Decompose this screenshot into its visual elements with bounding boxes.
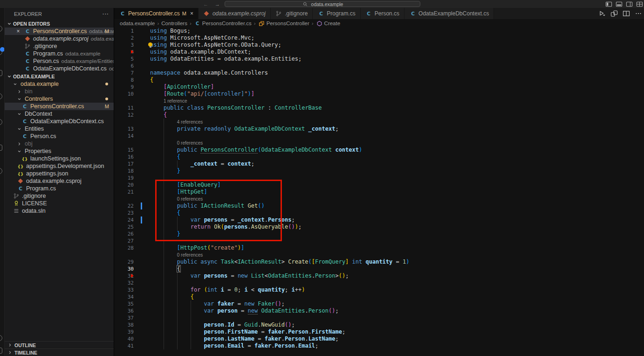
- line-number[interactable]: 7: [114, 70, 134, 77]
- run-or-debug-icon[interactable]: [598, 10, 606, 17]
- code-line[interactable]: 8{: [114, 77, 644, 84]
- line-number[interactable]: 30: [114, 265, 134, 272]
- explorer-more-actions-icon[interactable]: ···: [103, 11, 109, 17]
- line-number[interactable]: 37: [114, 314, 134, 321]
- line-number[interactable]: 6: [114, 63, 134, 70]
- code-line[interactable]: 9 [ApiController]: [114, 84, 644, 91]
- code-line[interactable]: 22 public IActionResult Get(): [114, 202, 644, 209]
- tree-folder-item[interactable]: Properties: [5, 147, 114, 155]
- line-number[interactable]: 11: [114, 105, 134, 112]
- code-line[interactable]: 25 return Ok(persons.AsQueryable());: [114, 223, 644, 230]
- open-editor-item[interactable]: CProgram.csodata.example: [5, 50, 114, 57]
- line-number[interactable]: 10: [114, 91, 134, 98]
- code-line[interactable]: 31 var persons = new List<OdataEntities.…: [114, 272, 644, 279]
- code-line[interactable]: 29 public async Task<IActionResult> Crea…: [114, 258, 644, 265]
- code-line[interactable]: 33 for (int i = 0; i < quantity; i++): [114, 286, 644, 293]
- codelens[interactable]: 0 references: [114, 251, 644, 258]
- code-editor[interactable]: 1using Bogus;2using Microsoft.AspNetCore…: [114, 28, 644, 356]
- code-line[interactable]: 35 var faker = new Faker();: [114, 300, 644, 307]
- code-line[interactable]: 14: [114, 133, 644, 140]
- history-forward-button[interactable]: →: [215, 1, 220, 7]
- toggle-secondary-sidebar-icon[interactable]: [626, 1, 633, 7]
- timeline-section[interactable]: TIMELINE: [5, 349, 114, 356]
- tree-file-item[interactable]: .gitignore: [5, 192, 114, 200]
- tree-file-item[interactable]: CProgram.cs: [5, 185, 114, 192]
- open-editor-item[interactable]: odata.example.csprojodata.example: [5, 35, 114, 42]
- code-line[interactable]: 4using odata.example.DbContext;: [114, 49, 644, 56]
- line-number[interactable]: 29: [114, 258, 134, 265]
- line-number[interactable]: 16: [114, 154, 134, 161]
- line-number[interactable]: 12: [114, 112, 134, 119]
- line-number[interactable]: 24: [114, 216, 134, 223]
- code-line[interactable]: 26 }: [114, 230, 644, 237]
- tree-folder-item[interactable]: odata.example: [5, 80, 114, 88]
- code-line[interactable]: 5using OdataEntities = odata.example.Ent…: [114, 56, 644, 63]
- codelens-label[interactable]: 0 references: [177, 196, 203, 202]
- code-line[interactable]: 21 [HttpGet]: [114, 188, 644, 195]
- code-line[interactable]: 28 [HttpPost("create")]: [114, 244, 644, 251]
- code-line[interactable]: 1using Bogus;: [114, 28, 644, 35]
- line-number[interactable]: 2: [114, 35, 134, 42]
- more-actions-icon[interactable]: [635, 10, 642, 17]
- tree-file-item[interactable]: {}appsettings.json: [5, 170, 114, 177]
- activity-bar-item-icon[interactable]: [0, 26, 2, 32]
- activity-bar-item-icon[interactable]: [0, 70, 2, 76]
- code-line[interactable]: 18 }: [114, 168, 644, 175]
- line-number[interactable]: 39: [114, 328, 134, 335]
- customize-layout-icon[interactable]: [636, 1, 643, 7]
- open-editors-header[interactable]: OPEN EDITORS: [5, 20, 114, 28]
- code-line[interactable]: 23 {: [114, 209, 644, 216]
- code-line[interactable]: 36 var person = new OdataEntities.Person…: [114, 307, 644, 314]
- code-line[interactable]: 30 {: [114, 265, 644, 272]
- editor-tab[interactable]: odata.example.csproj: [199, 8, 271, 19]
- codelens[interactable]: 0 references: [114, 195, 644, 202]
- line-number[interactable]: 26: [114, 230, 134, 237]
- line-number[interactable]: 32: [114, 279, 134, 286]
- code-line[interactable]: 24 var persons = _context.Persons;: [114, 216, 644, 223]
- codelens-label[interactable]: 1 reference: [164, 98, 187, 104]
- tree-folder-item[interactable]: DbContext: [5, 110, 114, 118]
- line-number[interactable]: 41: [114, 342, 134, 349]
- close-icon[interactable]: ×: [15, 28, 21, 35]
- code-line[interactable]: 38 person.Id = Guid.NewGuid();: [114, 321, 644, 328]
- code-line[interactable]: 17 _context = context;: [114, 161, 644, 168]
- editor-tab[interactable]: CPerson.cs: [361, 8, 404, 19]
- code-line[interactable]: 13 private readonly OdataExampleDbContex…: [114, 126, 644, 133]
- code-line[interactable]: 19: [114, 175, 644, 181]
- open-editor-item[interactable]: ×CPersonsController.csodata.exampl...M: [5, 28, 114, 35]
- open-editor-item[interactable]: .gitignore: [5, 42, 114, 50]
- line-number[interactable]: 14: [114, 133, 134, 140]
- workspace-header[interactable]: ODATA.EXAMPLE: [5, 72, 114, 80]
- codelens-label[interactable]: 0 references: [177, 252, 203, 258]
- split-editor-icon[interactable]: [623, 10, 630, 17]
- history-back-button[interactable]: ←: [203, 1, 208, 7]
- line-number[interactable]: 5: [114, 56, 134, 63]
- tree-folder-item[interactable]: Controllers: [5, 95, 114, 103]
- activity-bar-item-icon[interactable]: [0, 145, 2, 151]
- editor-tab[interactable]: COdataExampleDbContext.cs: [404, 8, 494, 19]
- breadcrumb-item[interactable]: Create: [316, 20, 341, 27]
- code-line[interactable]: 16 {: [114, 154, 644, 161]
- codelens-label[interactable]: 4 references: [177, 119, 203, 125]
- line-number[interactable]: 38: [114, 321, 134, 328]
- code-line[interactable]: 39 person.FirstName = faker.Person.First…: [114, 328, 644, 335]
- close-icon[interactable]: ×: [190, 10, 193, 17]
- line-number[interactable]: 9: [114, 84, 134, 91]
- line-number[interactable]: 34: [114, 293, 134, 300]
- code-line[interactable]: 6: [114, 63, 644, 70]
- editor-tab[interactable]: .gitignore: [271, 8, 313, 19]
- line-number[interactable]: 22: [114, 202, 134, 209]
- editor-tab[interactable]: CProgram.cs: [313, 8, 360, 19]
- tree-file-item[interactable]: CPerson.cs: [5, 133, 114, 140]
- codelens[interactable]: 4 references: [114, 119, 644, 126]
- code-line[interactable]: 37: [114, 314, 644, 321]
- lightbulb-icon[interactable]: [148, 42, 152, 47]
- code-line[interactable]: 15 public PersonsController(OdataExample…: [114, 147, 644, 154]
- activity-bar[interactable]: [0, 8, 5, 356]
- code-line[interactable]: 11 public class PersonsController : Cont…: [114, 105, 644, 112]
- line-number[interactable]: 35: [114, 300, 134, 307]
- line-number[interactable]: 25: [114, 223, 134, 230]
- line-number[interactable]: 18: [114, 168, 134, 175]
- editor-tab[interactable]: CPersonsController.csM×: [114, 8, 199, 19]
- breadcrumb-item[interactable]: PersonsController: [258, 20, 309, 27]
